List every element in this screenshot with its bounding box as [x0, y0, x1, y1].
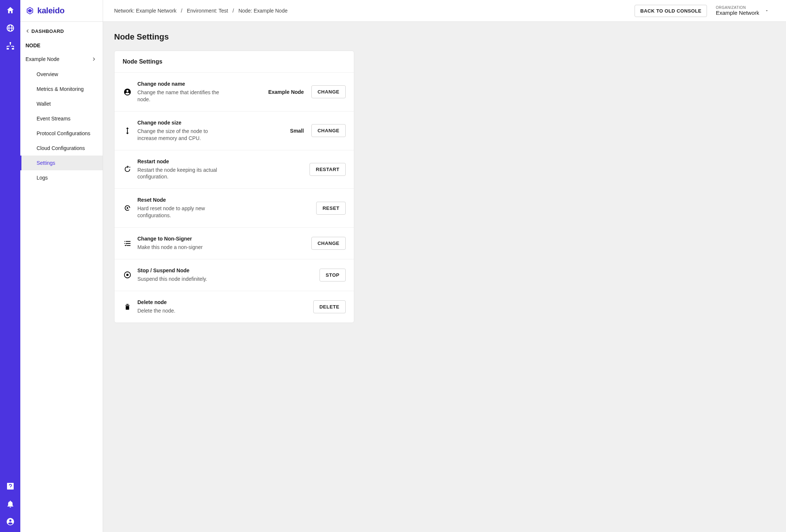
chevron-left-icon [24, 28, 31, 34]
card-header: Node Settings [115, 51, 354, 73]
row-title: Restart node [137, 158, 226, 164]
row-value: Example Node [268, 89, 306, 95]
account-icon[interactable] [6, 517, 15, 526]
logo[interactable]: kaleido [20, 0, 103, 22]
resize-icon [123, 126, 132, 136]
row-title: Stop / Suspend Node [137, 267, 226, 273]
row-desc: Delete the node. [137, 307, 226, 314]
logo-text: kaleido [37, 6, 65, 16]
settings-row: Reset NodeHard reset node to apply new c… [115, 189, 354, 228]
row-title: Reset Node [137, 197, 226, 203]
row-desc: Hard reset node to apply new configurati… [137, 205, 226, 219]
checklist-icon [123, 239, 132, 248]
back-to-dashboard[interactable]: DASHBOARD [20, 22, 103, 39]
sidebar-item-overview[interactable]: Overview [20, 67, 103, 82]
svg-point-0 [129, 167, 130, 168]
bell-icon[interactable] [6, 499, 15, 508]
org-label: ORGANIZATION [716, 6, 759, 10]
row-title: Change node size [137, 120, 226, 126]
svg-point-1 [127, 207, 128, 209]
page-title: Node Settings [114, 32, 775, 42]
row-desc: Change the name that identifies the node… [137, 89, 226, 103]
help-icon[interactable] [6, 482, 15, 491]
row-value: Small [290, 128, 306, 134]
sidebar-item-cloud-configurations[interactable]: Cloud Configurations [20, 141, 103, 156]
row-desc: Change the size of the node to increase … [137, 128, 226, 142]
change-button[interactable]: CHANGE [311, 85, 346, 98]
row-body: Stop / Suspend NodeSuspend this node ind… [137, 267, 226, 283]
section-label: NODE [20, 39, 103, 51]
change-button[interactable]: CHANGE [311, 237, 346, 250]
sidebar-item-logs[interactable]: Logs [20, 170, 103, 185]
row-body: Change node nameChange the name that ide… [137, 81, 226, 103]
row-title: Change to Non-Signer [137, 236, 226, 242]
globe-icon[interactable] [6, 24, 15, 33]
row-body: Delete nodeDelete the node. [137, 299, 226, 314]
org-dropdown[interactable]: ORGANIZATION Example Network [716, 6, 775, 16]
row-desc: Suspend this node indefinitely. [137, 276, 226, 283]
org-name: Example Network [716, 10, 759, 16]
node-header-label: Example Node [25, 56, 59, 62]
sidebar: kaleido DASHBOARD NODE Example Node Over… [20, 0, 103, 532]
sidebar-item-protocol-configurations[interactable]: Protocol Configurations [20, 126, 103, 141]
restart-button[interactable]: RESTART [310, 163, 346, 176]
delete-icon [123, 302, 132, 311]
restart-icon [123, 164, 132, 174]
nav-list: OverviewMetrics & MonitoringWalletEvent … [20, 67, 103, 185]
delete-button[interactable]: DELETE [313, 300, 346, 313]
crumb-sep: / [181, 8, 182, 14]
row-body: Change to Non-SignerMake this node a non… [137, 236, 226, 251]
row-body: Change node sizeChange the size of the n… [137, 120, 226, 142]
row-desc: Make this node a non-signer [137, 244, 226, 251]
topbar: Network: Example Network/Environment: Te… [103, 0, 786, 22]
back-to-old-console-button[interactable]: BACK TO OLD CONSOLE [635, 5, 707, 17]
settings-row: Restart nodeRestart the node keeping its… [115, 150, 354, 189]
settings-card: Node Settings Change node nameChange the… [114, 51, 354, 323]
home-icon[interactable] [6, 6, 15, 15]
network-icon[interactable] [6, 41, 15, 50]
change-button[interactable]: CHANGE [311, 124, 346, 137]
caret-down-icon [765, 8, 769, 13]
settings-row: Change to Non-SignerMake this node a non… [115, 228, 354, 259]
settings-row: Change node nameChange the name that ide… [115, 73, 354, 112]
icon-rail [0, 0, 20, 532]
sidebar-item-wallet[interactable]: Wallet [20, 96, 103, 111]
node-header[interactable]: Example Node [20, 51, 103, 67]
settings-row: Stop / Suspend NodeSuspend this node ind… [115, 259, 354, 291]
breadcrumb: Network: Example Network/Environment: Te… [114, 8, 287, 14]
crumb[interactable]: Node: Example Node [238, 8, 287, 14]
row-desc: Restart the node keeping its actual conf… [137, 167, 226, 181]
sidebar-item-metrics-monitoring[interactable]: Metrics & Monitoring [20, 82, 103, 96]
settings-row: Change node sizeChange the size of the n… [115, 112, 354, 150]
stop-icon [123, 270, 132, 280]
crumb[interactable]: Network: Example Network [114, 8, 177, 14]
sidebar-item-event-streams[interactable]: Event Streams [20, 111, 103, 126]
back-to-dashboard-label: DASHBOARD [31, 28, 64, 34]
person-icon [123, 87, 132, 97]
row-title: Delete node [137, 299, 226, 305]
settings-row: Delete nodeDelete the node.DELETE [115, 291, 354, 323]
row-body: Reset NodeHard reset node to apply new c… [137, 197, 226, 219]
sidebar-item-settings[interactable]: Settings [20, 156, 103, 170]
main: Network: Example Network/Environment: Te… [103, 0, 786, 532]
row-body: Restart nodeRestart the node keeping its… [137, 158, 226, 181]
crumb-sep: / [233, 8, 234, 14]
stop-button[interactable]: STOP [319, 269, 346, 282]
reset-icon [123, 203, 132, 213]
chevron-right-icon [91, 56, 98, 62]
reset-button[interactable]: RESET [316, 202, 346, 215]
crumb[interactable]: Environment: Test [187, 8, 228, 14]
row-title: Change node name [137, 81, 226, 87]
